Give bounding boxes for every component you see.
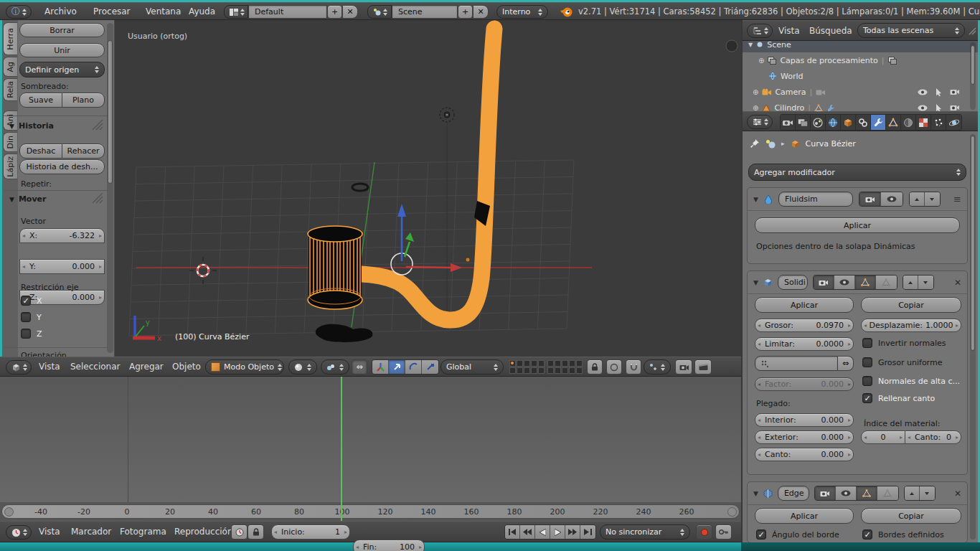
properties-scrollbar[interactable]: [970, 134, 976, 540]
keying-set-button[interactable]: [715, 524, 732, 540]
prev-keyframe-button[interactable]: [520, 525, 535, 539]
axis-x-checkbox-row[interactable]: X: [21, 296, 42, 306]
menu-procesar[interactable]: Procesar: [93, 3, 131, 19]
factor-field[interactable]: Factor:0.000: [755, 377, 854, 391]
move-down-button[interactable]: [925, 192, 940, 206]
rotate-manipulator-button[interactable]: [405, 360, 422, 374]
edgesplit-copy-button[interactable]: Copiar: [861, 508, 961, 524]
grosor-uniforme-checkbox[interactable]: [862, 357, 872, 367]
menu-outliner-busqueda[interactable]: Búsqueda: [809, 21, 852, 40]
add-modifier-select[interactable]: Agregar modificador: [748, 164, 966, 181]
mover-panel-header[interactable]: ▼ Mover: [9, 194, 46, 204]
cylinder-object[interactable]: [308, 226, 362, 309]
current-frame-line[interactable]: [341, 377, 342, 502]
outliner-row-world[interactable]: World: [743, 68, 978, 84]
editor-type-3dview-button[interactable]: [6, 360, 32, 375]
tab-texture[interactable]: [916, 115, 931, 130]
menu-tl-vista[interactable]: Vista: [39, 522, 60, 542]
axis-z-checkbox-row[interactable]: Z: [21, 329, 42, 339]
cage-toggle[interactable]: [877, 486, 898, 500]
menu-outliner-vista[interactable]: Vista: [778, 21, 800, 40]
timeline-area[interactable]: [0, 377, 741, 502]
vector-x-field[interactable]: X:-6.322: [19, 228, 105, 243]
render-engine-select[interactable]: Interno: [496, 5, 548, 19]
drag-handle-icon[interactable]: ≡: [953, 194, 961, 204]
layout-icon-button[interactable]: [224, 5, 248, 19]
material-index-field[interactable]: 0: [861, 430, 905, 444]
fluidsim-apply-button[interactable]: Aplicar: [755, 217, 960, 233]
move-up-button[interactable]: [903, 276, 918, 289]
limitar-field[interactable]: Limitar:0.0000: [755, 337, 854, 351]
next-keyframe-button[interactable]: [565, 525, 580, 539]
move-up-button[interactable]: [910, 192, 925, 206]
tab-world[interactable]: [826, 115, 841, 130]
snap-toggle[interactable]: [626, 359, 641, 375]
toolshelf-scrollbar[interactable]: [107, 23, 113, 353]
preview-range-toggle[interactable]: [231, 524, 248, 540]
jump-to-start-button[interactable]: [505, 525, 520, 539]
snap-element-select[interactable]: [644, 359, 671, 375]
cursor-select-icon[interactable]: [936, 104, 942, 112]
interior-field[interactable]: Interior:0.000: [755, 413, 854, 427]
jump-to-end-button[interactable]: [580, 525, 595, 539]
vertex-group-field[interactable]: [755, 356, 838, 371]
tab-object[interactable]: [841, 115, 856, 130]
menu-objeto[interactable]: Objeto: [172, 357, 201, 376]
solidify-name-field[interactable]: Solidi: [778, 275, 808, 290]
tab-dinamicas[interactable]: Din: [3, 132, 17, 152]
rellenar-canto-row[interactable]: Rellenar canto: [862, 393, 935, 403]
tab-physics[interactable]: [946, 115, 961, 130]
outliner-row-camera[interactable]: ⊕ Camera |: [743, 84, 978, 100]
editor-type-timeline-button[interactable]: [6, 525, 32, 540]
scene-add-button[interactable]: +: [458, 5, 473, 19]
collapse-arrow-icon[interactable]: ▼: [753, 490, 758, 497]
plano-button[interactable]: Plano: [62, 93, 105, 108]
viewport-shading-select[interactable]: [288, 359, 317, 375]
normales-alta-checkbox[interactable]: [862, 376, 872, 386]
lock-to-scene-toggle[interactable]: [587, 359, 603, 375]
translate-manipulator-button[interactable]: [389, 360, 405, 374]
checkbox-z[interactable]: [21, 329, 31, 339]
outliner-row-capas[interactable]: ⊕ Capas de procesamiento |: [743, 52, 978, 68]
tab-modifiers[interactable]: [871, 115, 886, 130]
render-animation-button[interactable]: [694, 359, 712, 375]
cursor-select-icon[interactable]: [936, 88, 942, 96]
menu-fotograma[interactable]: Fotograma: [120, 522, 166, 542]
mode-select[interactable]: Modo Objeto: [205, 359, 284, 375]
render-visibility-toggle[interactable]: [814, 276, 834, 289]
menu-agregar[interactable]: Agregar: [129, 357, 164, 376]
layout-add-button[interactable]: +: [327, 5, 342, 19]
angulo-borde-row[interactable]: Ángulo del borde: [756, 529, 839, 540]
timeline-ruler[interactable]: -40-20 020 4060 80100 120140 160180 2002…: [0, 502, 741, 521]
sync-mode-select[interactable]: No sincronizar: [600, 524, 690, 540]
exterior-field[interactable]: Exterior:0.000: [755, 430, 854, 444]
definir-origen-dropdown[interactable]: Definir origen: [19, 62, 105, 77]
collapse-arrow-icon[interactable]: ▼: [753, 196, 758, 203]
cage-toggle[interactable]: [876, 276, 897, 289]
manipulate-center-points-toggle[interactable]: ⇔: [352, 359, 367, 375]
frame-end-field[interactable]: Fin:100: [353, 540, 425, 551]
expand-plus-icon[interactable]: ⊕: [753, 88, 758, 96]
move-up-button[interactable]: [905, 486, 920, 500]
historial-deshacer-button[interactable]: Historia de desh...: [19, 159, 105, 174]
eye-icon[interactable]: [918, 104, 928, 112]
lamp-object[interactable]: [440, 108, 454, 122]
grosor-uniforme-row[interactable]: Grosor uniforme: [862, 357, 942, 367]
render-opengl-button[interactable]: [675, 359, 692, 375]
outliner-row-cilindro[interactable]: ⊕ Cilindro |: [743, 100, 978, 111]
render-visibility-toggle[interactable]: [815, 486, 836, 500]
outliner-filter-select[interactable]: Todas las escenas: [857, 23, 965, 38]
tab-object-data[interactable]: [886, 115, 901, 130]
checkbox-x[interactable]: [21, 296, 31, 306]
vertex-group-invert-button[interactable]: ⇔: [838, 356, 854, 371]
pin-icon[interactable]: [750, 138, 760, 149]
layout-delete-button[interactable]: ✕: [342, 5, 358, 19]
checkbox-y[interactable]: [21, 312, 31, 322]
tab-lapiz[interactable]: Lápiz: [3, 154, 17, 179]
object-breadcrumb-icon[interactable]: [765, 139, 776, 149]
scene-delete-button[interactable]: ✕: [473, 5, 489, 19]
scrollbar-right-knob[interactable]: [727, 507, 737, 517]
panel-grip-icon[interactable]: [88, 120, 104, 131]
rehacer-button[interactable]: Rehacer: [62, 143, 105, 159]
borrar-button[interactable]: Borrar: [19, 23, 105, 37]
